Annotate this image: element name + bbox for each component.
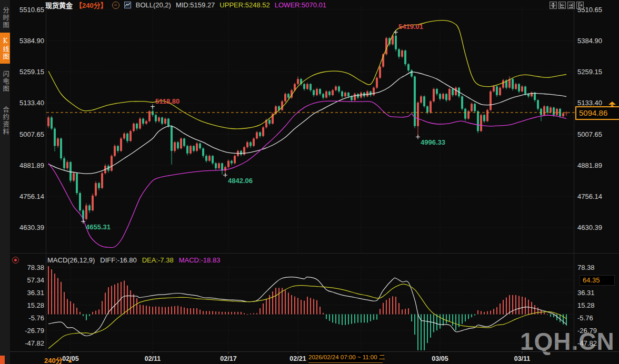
sidebar-item-lightning[interactable]: 闪电图	[0, 65, 10, 96]
indicator-thumb-icon[interactable]	[124, 2, 131, 8]
collapse-icon[interactable]: −	[112, 2, 119, 9]
svg-text:78.38: 78.38	[27, 264, 44, 271]
svg-text:5007.65: 5007.65	[19, 130, 44, 138]
chart-header: 现货黄金 【240分】 − BOLL(20,2) MID:5159.27 UPP…	[45, 1, 326, 9]
macd-dea-value: DEA:-7.38	[142, 256, 174, 264]
annotation-label: 4655.31	[86, 223, 111, 231]
svg-text:4881.89: 4881.89	[19, 161, 44, 169]
svg-text:03/05: 03/05	[432, 355, 448, 362]
period-up-arrow-icon: ▲	[67, 357, 73, 363]
svg-text:-26.79: -26.79	[577, 327, 597, 335]
svg-text:5384.90: 5384.90	[19, 37, 44, 45]
svg-text:5133.40: 5133.40	[577, 99, 602, 107]
period-selector[interactable]: 240分 ▲	[44, 355, 73, 364]
macd-value-marker: 64.35	[580, 275, 615, 286]
svg-text:-47.82: -47.82	[577, 339, 597, 347]
move-icon[interactable]	[550, 2, 557, 9]
pan-left-icon[interactable]	[558, 2, 566, 9]
annotation-label: 4996.33	[421, 138, 445, 146]
svg-text:4756.14: 4756.14	[19, 193, 44, 200]
gridlines	[0, 7, 619, 353]
svg-text:5133.40: 5133.40	[19, 99, 44, 107]
svg-text:57.34: 57.34	[27, 276, 44, 284]
svg-text:78.38: 78.38	[577, 264, 595, 271]
kline-chart-canvas[interactable]: 5419.015118.804996.334842.064655.315510.…	[0, 0, 619, 364]
svg-text:4881.89: 4881.89	[577, 161, 602, 169]
svg-text:-5.76: -5.76	[577, 314, 593, 322]
svg-text:36.31: 36.31	[577, 289, 595, 297]
current-bar-date: 2026/02/24 07:00 ~ 11:00 二	[308, 353, 383, 363]
svg-text:02/21: 02/21	[289, 355, 306, 362]
macd-histogram	[48, 266, 567, 350]
pan-right-icon[interactable]	[567, 2, 575, 9]
boll-mid-value: MID:5159.27	[176, 1, 215, 9]
annotation-label: 5118.80	[155, 97, 179, 105]
svg-text:5007.65: 5007.65	[577, 130, 602, 138]
candles	[47, 32, 567, 221]
svg-text:4630.39: 4630.39	[577, 224, 602, 231]
annotation-label: 4842.06	[228, 177, 253, 185]
symbol-name: 现货黄金	[45, 0, 73, 10]
svg-text:-5.76: -5.76	[28, 314, 44, 322]
svg-text:5259.15: 5259.15	[577, 68, 602, 76]
sidebar-item-contract-info[interactable]: 合约资料	[0, 99, 10, 141]
macd-header: MACD(26,12,9) DIFF:-16.80 DEA:-7.38 MACD…	[47, 256, 220, 264]
sidebar-item-timeshare[interactable]: 分时图	[0, 2, 10, 32]
boll-upper-value: UPPER:5248.52	[219, 1, 269, 9]
period-label: 【240分】	[75, 0, 107, 10]
svg-text:5259.15: 5259.15	[19, 68, 44, 76]
svg-text:5384.90: 5384.90	[577, 37, 602, 45]
boll-lower-value: LOWER:5070.01	[275, 1, 326, 9]
sidebar-item-kline[interactable]: K线图	[0, 33, 10, 64]
alert-dot-icon[interactable]	[12, 257, 19, 264]
period-selector-label: 240分	[44, 355, 63, 364]
svg-text:5510.65: 5510.65	[19, 6, 44, 14]
svg-text:15.28: 15.28	[577, 301, 595, 309]
svg-text:-47.82: -47.82	[25, 339, 44, 347]
annotation-label: 5419.01	[398, 23, 423, 31]
sidebar: 分时图 K线图 闪电图 合约资料	[0, 0, 10, 364]
date-axis-labels: 02/0502/1102/1702/2103/0503/11	[62, 355, 530, 362]
pan-out-icon[interactable]	[576, 2, 584, 9]
macd-indicator-name: MACD(26,12,9)	[47, 256, 95, 264]
svg-text:36.31: 36.31	[27, 289, 44, 297]
svg-text:02/11: 02/11	[145, 355, 161, 362]
price-axis-labels: 5510.655510.655384.905384.905259.155259.…	[19, 6, 602, 347]
chart-toolbar	[550, 2, 584, 9]
corner-flag	[0, 356, 5, 364]
svg-text:4756.14: 4756.14	[577, 193, 602, 200]
macd-diff-value: DIFF:-16.80	[100, 256, 136, 264]
svg-text:02/17: 02/17	[220, 355, 236, 362]
svg-text:15.28: 15.28	[27, 301, 44, 309]
svg-text:03/11: 03/11	[514, 355, 531, 362]
indicator-name: BOLL(20,2)	[136, 1, 171, 9]
svg-text:4630.39: 4630.39	[19, 224, 44, 231]
last-price-marker: 5094.86	[575, 106, 619, 120]
macd-macd-value: MACD:-18.83	[179, 256, 221, 264]
svg-text:-26.79: -26.79	[25, 327, 44, 335]
